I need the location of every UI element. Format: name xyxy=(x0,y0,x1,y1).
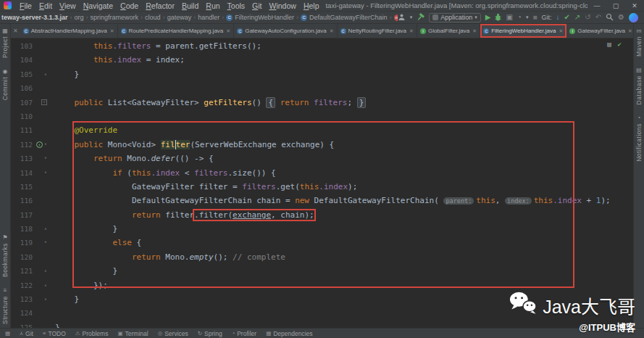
menu-item-git[interactable]: Git xyxy=(248,1,265,10)
gutter[interactable]: ↑▾ xyxy=(33,138,49,152)
code-editor[interactable]: 103this.filters = parent.getFilters();10… xyxy=(11,38,633,328)
tool-button-commit[interactable]: ◉Commit xyxy=(1,68,9,100)
code-line-120[interactable]: 120return Mono.empty(); // complete xyxy=(11,250,633,264)
fold-down-icon[interactable]: ▾ xyxy=(44,166,47,180)
statusbar-todo[interactable]: ≡TODO xyxy=(43,330,66,337)
breadcrumb-handler[interactable]: handler xyxy=(196,14,221,21)
menu-item-build[interactable]: Build xyxy=(178,1,202,10)
breadcrumb-filter[interactable]: mfilter xyxy=(393,14,398,21)
gutter[interactable]: ▾ xyxy=(33,236,49,250)
gutter[interactable] xyxy=(33,194,49,207)
fold-up-icon[interactable]: ▴ xyxy=(44,292,47,306)
tool-button-maven[interactable]: mMaven xyxy=(635,28,643,57)
git-push-icon[interactable]: ↗ xyxy=(574,14,580,21)
gutter[interactable] xyxy=(33,250,49,264)
code-line-110[interactable]: 110 xyxy=(11,110,633,123)
statusbar-profiler[interactable]: ◔Profiler xyxy=(232,330,256,337)
menu-item-view[interactable]: View xyxy=(56,1,80,10)
tab-routepredicatehandlermapping-java[interactable]: CRoutePredicateHandlerMapping.java✕ xyxy=(118,24,235,38)
gutter[interactable]: ▴ xyxy=(33,292,49,306)
breadcrumb-org[interactable]: org xyxy=(73,14,85,21)
gutter[interactable] xyxy=(33,123,49,137)
statusbar-spring[interactable]: ↻Spring xyxy=(198,330,222,337)
tool-window-switcher-icon[interactable]: ▦ xyxy=(5,330,10,337)
git-commit-icon[interactable]: ✔ xyxy=(564,14,569,21)
gutter[interactable]: ▴ xyxy=(33,279,49,292)
fold-up-icon[interactable]: ▴ xyxy=(44,264,47,278)
gutter[interactable]: ▾ xyxy=(33,152,49,165)
rollback-icon[interactable]: ↶ xyxy=(595,14,601,21)
code-line-114[interactable]: 114▾if (this.index < filters.size()) { xyxy=(11,166,633,180)
close-icon[interactable]: ✕ xyxy=(559,28,563,34)
statusbar-git[interactable]: YGit xyxy=(20,330,33,337)
history-icon[interactable]: ↺ xyxy=(585,14,590,21)
inspections-ok-icon[interactable]: ✔ xyxy=(618,41,622,48)
tool-button-notifications[interactable]: ◔Notifications xyxy=(635,115,643,162)
code-line-115[interactable]: 115GatewayFilter filter = filters.get(th… xyxy=(11,180,633,194)
chevron-down-icon[interactable]: ▾ xyxy=(526,15,529,20)
breadcrumb-defaultgatewayfilterchain[interactable]: CDefaultGatewayFilterChain xyxy=(299,14,389,21)
breadcrumb-springframework[interactable]: springframework xyxy=(89,14,141,21)
close-icon[interactable]: ✕ xyxy=(330,28,334,34)
menu-item-code[interactable]: Code xyxy=(117,1,142,10)
chevron-down-icon[interactable]: ▾ xyxy=(410,15,413,20)
gutter[interactable]: ▴ xyxy=(33,222,49,236)
code-line-116[interactable]: 116DefaultGatewayFilterChain chain = new… xyxy=(11,194,633,207)
menu-item-tools[interactable]: Tools xyxy=(224,1,249,10)
breadcrumb-teway-server-3-1-3-jar[interactable]: teway-server-3.1.3.jar xyxy=(0,14,70,21)
overrides-method-icon[interactable]: ↑ xyxy=(36,141,43,148)
menu-item-edit[interactable]: Edit xyxy=(35,1,56,10)
code-line-118[interactable]: 118▴} xyxy=(11,222,633,236)
fold-up-icon[interactable]: ▴ xyxy=(44,222,47,236)
statusbar-services[interactable]: ◎Services xyxy=(158,330,188,337)
code-line-117[interactable]: 117return filter.filter(exchange, chain)… xyxy=(11,208,633,222)
tab-nettyroutingfilter-java[interactable]: CNettyRoutingFilter.java✕ xyxy=(338,24,417,38)
minimize-icon[interactable]: — xyxy=(587,2,606,9)
code-line-119[interactable]: 119▾else { xyxy=(11,236,633,250)
code-line-107[interactable]: 107+public List<GatewayFilter> getFilter… xyxy=(11,96,633,110)
fold-down-icon[interactable]: ▾ xyxy=(44,236,47,250)
code-line-113[interactable]: 113▾return Mono.defer(() -> { xyxy=(11,152,633,165)
build-hammer-icon[interactable] xyxy=(417,13,425,22)
code-line-121[interactable]: 121▴} xyxy=(11,264,633,278)
debug-icon[interactable] xyxy=(495,13,501,22)
close-icon[interactable]: ✕ xyxy=(226,28,230,34)
breadcrumb-cloud[interactable]: cloud xyxy=(143,14,162,21)
gutter[interactable]: + xyxy=(33,96,49,110)
tab-gatewayautoconfiguration-java[interactable]: CGatewayAutoConfiguration.java✕ xyxy=(234,24,337,38)
git-update-icon[interactable]: ↓ xyxy=(556,14,559,21)
profile-avatar[interactable] xyxy=(629,13,638,22)
menu-item-run[interactable]: Run xyxy=(202,1,223,10)
menu-item-refactor[interactable]: Refactor xyxy=(142,1,178,10)
menu-item-file[interactable]: File xyxy=(16,1,35,10)
close-icon[interactable]: ✕ xyxy=(11,28,20,34)
gutter[interactable] xyxy=(33,81,49,95)
tool-button-project[interactable]: ▦Project xyxy=(1,28,9,58)
tab-abstracthandlermapping-java[interactable]: CAbstractHandlerMapping.java✕ xyxy=(20,24,118,38)
fold-up-icon[interactable]: ▴ xyxy=(44,279,47,292)
breadcrumb-gateway[interactable]: gateway xyxy=(166,14,193,21)
gutter[interactable]: ▴ xyxy=(33,264,49,278)
fold-down-icon[interactable]: ▾ xyxy=(44,138,47,152)
fold-collapsed-icon[interactable]: + xyxy=(41,99,47,105)
tool-button-structure[interactable]: ≡Structure xyxy=(1,287,9,324)
tab-globalfilter-java[interactable]: IGlobalFilter.java✕ xyxy=(417,24,480,38)
gutter[interactable] xyxy=(33,53,49,67)
statusbar-problems[interactable]: ⚠Problems xyxy=(75,330,109,337)
code-line-111[interactable]: 111@Override xyxy=(11,123,633,137)
reader-mode-icon[interactable]: ▤ xyxy=(607,41,611,48)
close-icon[interactable]: ✕ xyxy=(628,28,632,34)
menu-item-window[interactable]: Window xyxy=(266,1,300,10)
gutter[interactable] xyxy=(33,321,49,328)
code-line-104[interactable]: 104this.index = index; xyxy=(11,53,633,67)
code-line-105[interactable]: 105▴} xyxy=(11,67,633,81)
gutter[interactable] xyxy=(33,306,49,320)
close-icon[interactable]: ✕ xyxy=(110,28,114,34)
tool-button-bookmarks[interactable]: ⚑Bookmarks xyxy=(1,234,9,277)
close-icon[interactable]: ✕ xyxy=(472,28,477,34)
settings-gear-icon[interactable]: ⚙ xyxy=(618,14,624,21)
fold-up-icon[interactable]: ▴ xyxy=(44,67,47,81)
breadcrumb-filteringwebhandler[interactable]: CFilteringWebHandler xyxy=(225,14,296,21)
user-icon[interactable] xyxy=(398,13,406,22)
statusbar-dependencies[interactable]: ▦Dependencies xyxy=(266,330,312,337)
